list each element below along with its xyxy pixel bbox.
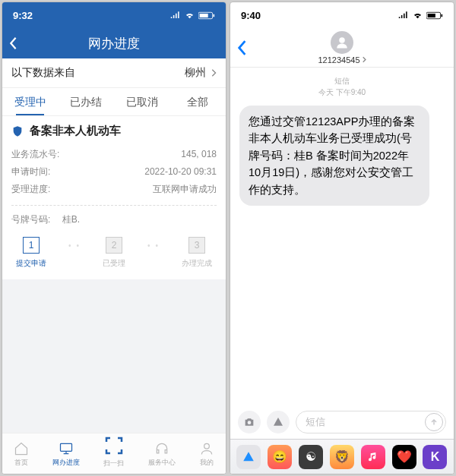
person-icon (335, 36, 349, 49)
svg-rect-1 (200, 13, 208, 17)
empty-area (2, 279, 226, 433)
appstore-a-icon (242, 450, 255, 464)
wifi-icon (412, 11, 423, 20)
sms-bubble-incoming[interactable]: 您通过交管12123APP办理的备案非本人机动车业务已受理成功(号牌号码：桂B … (239, 106, 429, 206)
messages-nav: 121234545 (230, 28, 454, 68)
data-source-row[interactable]: 以下数据来自 柳州 (2, 58, 226, 88)
dock-app-2[interactable]: ☯ (299, 445, 323, 469)
signal-icon (170, 11, 181, 19)
appstore-button[interactable] (267, 411, 290, 433)
right-phone-messages: 9:40 121234545 短信 今天 下午9:40 您通过交管12123AP… (230, 2, 454, 474)
svg-point-8 (339, 37, 345, 43)
row-serial: 业务流水号: 145, 018 (11, 146, 217, 163)
user-icon (199, 441, 214, 456)
row-progress: 受理进度: 互联网申请成功 (11, 181, 217, 198)
bottom-nav-scan[interactable]: 扫一扫 (103, 434, 125, 468)
music-icon (367, 451, 379, 463)
row-plate: 号牌号码: 桂B. (11, 205, 217, 226)
thread-spacer (230, 206, 454, 405)
compose-input[interactable]: 短信 (296, 411, 446, 433)
scan-icon (103, 434, 125, 457)
headset-icon (154, 441, 169, 456)
bottom-nav-progress[interactable]: 网办进度 (52, 441, 80, 468)
contact-header[interactable]: 121234545 (318, 31, 366, 65)
status-time: 9:32 (13, 10, 33, 21)
row-apply-time: 申请时间: 2022-10-20 09:31 (11, 163, 217, 181)
arrow-up-icon (429, 418, 439, 427)
source-label: 以下数据来自 (11, 66, 75, 80)
tab-completed[interactable]: 已办结 (59, 88, 115, 115)
tab-processing[interactable]: 受理中 (2, 88, 59, 115)
send-button[interactable] (425, 413, 443, 431)
back-icon[interactable] (236, 39, 247, 56)
step-3-done: 3 办理完成 (182, 237, 212, 269)
camera-icon (243, 416, 255, 428)
case-card[interactable]: 备案非本人机动车 业务流水号: 145, 018 申请时间: 2022-10-2… (2, 116, 226, 279)
nav-bar: 网办进度 (2, 28, 226, 58)
chevron-right-icon (362, 56, 366, 63)
bottom-nav-home[interactable]: 首页 (14, 441, 29, 468)
wifi-icon (184, 11, 195, 20)
svg-rect-6 (428, 13, 435, 17)
svg-rect-7 (441, 14, 442, 16)
tab-cancelled[interactable]: 已取消 (114, 88, 170, 115)
svg-rect-2 (213, 14, 214, 16)
status-tabs: 受理中 已办结 已取消 全部 (2, 88, 226, 116)
status-icons (398, 11, 443, 20)
step-2-accepted: 2 已受理 (103, 237, 125, 269)
compose-bar: 短信 (230, 405, 454, 439)
status-time: 9:40 (241, 10, 261, 21)
status-bar: 9:40 (230, 2, 454, 28)
svg-point-4 (204, 443, 209, 449)
dock-app-5[interactable]: K (423, 445, 447, 469)
bottom-nav-me[interactable]: 我的 (199, 441, 214, 468)
dock-app-4[interactable]: ❤️ (392, 445, 416, 469)
dock-app-3[interactable]: 🦁 (330, 445, 354, 469)
svg-point-9 (248, 421, 252, 424)
monitor-icon (59, 441, 74, 456)
source-city: 柳州 (185, 66, 206, 80)
dock-app-music[interactable] (361, 445, 385, 469)
battery-icon (426, 11, 443, 20)
appstore-icon (272, 416, 284, 428)
case-title-row: 备案非本人机动车 (11, 124, 217, 138)
progress-steps: 1 提交申请 • • 2 已受理 • • 3 办理完成 (11, 237, 217, 269)
dock-app-1[interactable]: 😄 (268, 445, 292, 469)
bottom-nav: 首页 网办进度 扫一扫 服务中心 我的 (2, 433, 226, 474)
case-title: 备案非本人机动车 (30, 124, 121, 138)
shield-icon (11, 125, 24, 137)
avatar (331, 31, 353, 54)
home-icon (14, 441, 29, 456)
compose-placeholder: 短信 (306, 415, 325, 429)
sms-text: 您通过交管12123APP办理的备案非本人机动车业务已受理成功(号牌号码：桂B … (249, 115, 415, 196)
dock-app-store[interactable] (236, 445, 261, 469)
svg-rect-3 (60, 443, 71, 451)
chevron-right-icon (211, 68, 217, 77)
tab-all[interactable]: 全部 (170, 88, 226, 115)
bottom-nav-service[interactable]: 服务中心 (148, 441, 176, 468)
status-bar: 9:32 (2, 2, 226, 28)
battery-icon (198, 11, 215, 20)
page-title: 网办进度 (88, 35, 140, 52)
status-icons (170, 11, 215, 20)
step-1-submit: 1 提交申请 (16, 237, 46, 269)
back-icon[interactable] (8, 36, 17, 50)
camera-button[interactable] (238, 411, 261, 433)
thread-meta: 短信 今天 下午9:40 (230, 75, 454, 98)
step-gap: • • (46, 237, 103, 250)
contact-number: 121234545 (318, 55, 366, 65)
step-gap: • • (125, 237, 182, 250)
signal-icon (398, 11, 409, 19)
left-phone-app-12123: 9:32 网办进度 以下数据来自 柳州 受理中 已办结 已取消 全部 备案非本人… (2, 2, 226, 474)
imessage-app-dock: 😄 ☯ 🦁 ❤️ K (230, 439, 454, 474)
